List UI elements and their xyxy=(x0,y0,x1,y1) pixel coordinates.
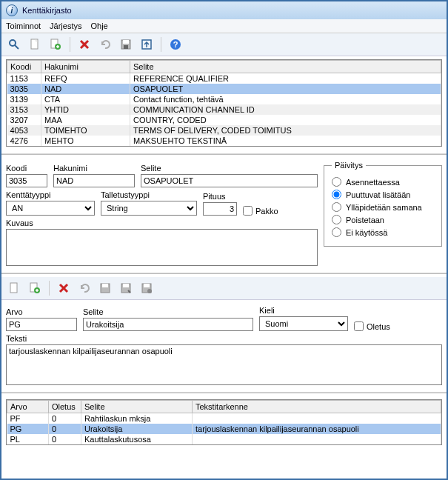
table-row[interactable]: 3153YHTIDCOMMUNICATION CHANNEL ID xyxy=(7,104,441,115)
input-pituus[interactable] xyxy=(203,202,237,216)
radio-asennettaessa[interactable] xyxy=(332,177,341,187)
window-title: Kenttäkirjasto xyxy=(22,6,72,15)
save-button[interactable] xyxy=(97,280,113,296)
save-as-button[interactable] xyxy=(118,280,134,296)
textarea-teksti[interactable] xyxy=(6,344,442,385)
menu-toiminnot[interactable]: Toiminnot xyxy=(6,21,41,30)
checkbox-oletus[interactable] xyxy=(354,321,364,331)
paivitys-legend: Päivitys xyxy=(332,161,366,170)
svg-rect-27 xyxy=(144,284,150,287)
cell-tekstitarkenne: tarjouslaskennan kilpailijaseurannan osa… xyxy=(193,424,441,434)
svg-line-1 xyxy=(15,45,19,49)
cell-tekstitarkenne xyxy=(193,413,441,424)
add-button[interactable] xyxy=(27,280,43,296)
input-arvo-selite[interactable] xyxy=(83,318,253,331)
cell-koodi: 4276 xyxy=(7,136,41,146)
search-button[interactable] xyxy=(6,36,22,53)
table-row[interactable]: PG0Urakoitsijatarjouslaskennan kilpailij… xyxy=(7,424,441,434)
document-icon xyxy=(8,282,20,294)
cell-selite: MAKSUEHTO TEKSTINÄ xyxy=(130,136,441,146)
app-icon: i xyxy=(6,4,18,16)
radio-label: Ylläpidetään samana xyxy=(346,203,422,212)
delete-button[interactable] xyxy=(56,280,72,296)
col-koodi[interactable]: Koodi xyxy=(7,61,41,73)
svg-rect-11 xyxy=(124,45,128,49)
toolbar-separator xyxy=(70,37,70,52)
cell-selite: OSAPUOLET xyxy=(130,84,441,94)
save-config-button[interactable] xyxy=(138,280,155,296)
table-row[interactable]: PL0Kauttalaskutusosa xyxy=(7,434,441,444)
radio-puuttuvat[interactable] xyxy=(332,190,341,199)
cell-selite: COUNTRY, CODED xyxy=(130,115,441,125)
radio-eikaytossa[interactable] xyxy=(332,227,341,237)
svg-point-0 xyxy=(10,40,16,46)
textarea-kuvaus[interactable] xyxy=(6,229,318,266)
col-oletus[interactable]: Oletus xyxy=(49,401,81,413)
add-button[interactable] xyxy=(47,36,64,53)
cell-hakunimi: MEHTO xyxy=(41,136,130,146)
cell-selite: Rahtilaskun mksja xyxy=(81,413,193,424)
undo-button[interactable] xyxy=(76,280,93,296)
table-row[interactable]: 4053TOIMEHTOTERMS OF DELIVERY, CODED TOI… xyxy=(7,125,441,136)
col-selite[interactable]: Selite xyxy=(130,61,441,73)
label-teksti: Teksti xyxy=(6,334,442,343)
cell-hakunimi: YHTID xyxy=(41,104,130,115)
cell-tekstitarkenne xyxy=(193,434,441,444)
new-button[interactable] xyxy=(6,280,22,296)
divider xyxy=(1,153,447,155)
undo-button[interactable] xyxy=(97,36,113,53)
input-koodi[interactable] xyxy=(6,174,47,187)
export-icon xyxy=(141,39,153,50)
help-button[interactable]: ? xyxy=(167,36,184,53)
top-grid[interactable]: Koodi Hakunimi Selite 1153REFQREFERENCE … xyxy=(6,59,442,147)
save-icon xyxy=(99,282,111,294)
cell-hakunimi: REFQ xyxy=(41,73,130,84)
delete-button[interactable] xyxy=(76,36,93,53)
table-row[interactable]: 3035NADOSAPUOLET xyxy=(7,84,441,94)
checkbox-pakko[interactable] xyxy=(243,206,253,216)
label-selite: Selite xyxy=(141,164,318,173)
cell-koodi: 3207 xyxy=(7,115,41,125)
menu-jarjestys[interactable]: Järjestys xyxy=(50,21,81,30)
cell-koodi: 3139 xyxy=(7,94,41,104)
radio-yllapidetaan[interactable] xyxy=(332,202,341,212)
label-pituus: Pituus xyxy=(203,192,237,201)
select-kieli[interactable]: Suomi xyxy=(259,316,348,331)
col-arvo[interactable]: Arvo xyxy=(7,401,49,413)
cell-selite: COMMUNICATION CHANNEL ID xyxy=(130,104,441,115)
cell-oletus: 0 xyxy=(49,424,81,434)
cell-arvo: PF xyxy=(7,413,49,424)
table-row[interactable]: 3207MAACOUNTRY, CODED xyxy=(7,115,441,125)
cell-selite: TERMS OF DELIVERY, CODED TOIMITUS xyxy=(130,125,441,136)
divider xyxy=(1,272,447,274)
input-selite[interactable] xyxy=(141,174,318,187)
table-row[interactable]: 4276MEHTOMAKSUEHTO TEKSTINÄ xyxy=(7,136,441,146)
bottom-grid[interactable]: Arvo Oletus Selite Tekstitarkenne PF0Rah… xyxy=(6,399,442,445)
cell-hakunimi: CTA xyxy=(41,94,130,104)
delete-icon xyxy=(78,39,90,50)
save-button[interactable] xyxy=(118,36,134,53)
export-button[interactable] xyxy=(138,36,155,53)
help-icon: ? xyxy=(170,39,181,50)
col-selite[interactable]: Selite xyxy=(81,401,193,413)
save-config-icon xyxy=(141,282,153,294)
toolbar-arvo xyxy=(1,277,447,300)
save-as-icon xyxy=(120,282,132,294)
select-kenttatyyppi[interactable]: AN xyxy=(6,201,95,216)
input-hakunimi[interactable] xyxy=(53,174,135,187)
table-row[interactable]: PF0Rahtilaskun mksja xyxy=(7,413,441,424)
menubar: Toiminnot Järjestys Ohje xyxy=(1,19,447,33)
menu-ohje[interactable]: Ohje xyxy=(90,21,107,30)
toolbar-separator xyxy=(49,281,50,296)
col-hakunimi[interactable]: Hakunimi xyxy=(41,61,130,73)
input-arvo[interactable] xyxy=(6,318,77,331)
undo-icon xyxy=(99,39,111,50)
table-row[interactable]: 1153REFQREFERENCE QUALIFIER xyxy=(7,73,441,84)
radio-poistetaan[interactable] xyxy=(332,215,341,224)
table-row[interactable]: 3139CTAContact function, tehtävä xyxy=(7,94,441,104)
radio-label: Asennettaessa xyxy=(346,178,400,187)
col-tekstitarkenne[interactable]: Tekstitarkenne xyxy=(193,401,441,413)
select-talletustyyppi[interactable]: String xyxy=(101,201,197,216)
new-button[interactable] xyxy=(27,36,43,53)
svg-point-28 xyxy=(147,289,152,293)
